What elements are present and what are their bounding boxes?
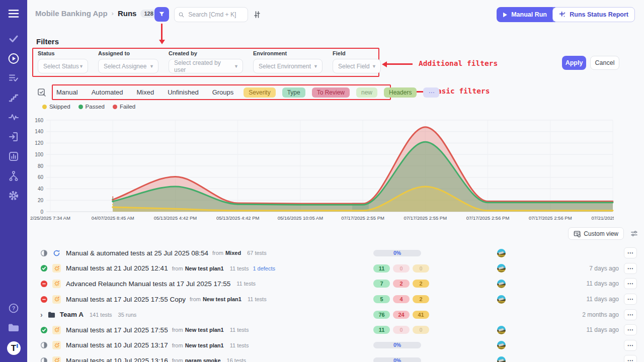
filter-select-3[interactable]: Select created by user▼: [169, 59, 243, 73]
svg-text:140: 140: [35, 129, 43, 134]
filter-tag[interactable]: Type: [282, 87, 305, 98]
expand-chevron-icon[interactable]: ›: [40, 311, 43, 319]
tab-unfinished[interactable]: Unfinished: [168, 88, 198, 96]
tab-manual[interactable]: Manual: [56, 88, 78, 96]
run-status-icon: [40, 341, 48, 349]
filter-select-1[interactable]: Select Status▼: [38, 59, 88, 73]
tests-check-icon[interactable]: [8, 33, 20, 45]
breadcrumb-project[interactable]: Mobile Banking App: [35, 9, 108, 18]
run-from-label: from: [172, 357, 183, 362]
run-menu-button[interactable]: ⋯: [624, 278, 637, 289]
runs-trend-chart: 0204060801001201401602/25/2025 7:34 AM04…: [30, 114, 614, 224]
filter-label: Assigned to: [98, 50, 158, 56]
filter-tag[interactable]: Headers: [384, 87, 417, 98]
svg-text:07/17/2025 2:55 PM: 07/17/2025 2:55 PM: [404, 215, 447, 221]
run-date: 2 months ago: [582, 311, 619, 318]
branches-icon[interactable]: [8, 170, 20, 182]
tab-automated[interactable]: Automated: [92, 88, 123, 96]
apply-button[interactable]: Apply: [562, 56, 586, 70]
filter-tag[interactable]: To Review: [312, 87, 350, 98]
run-row[interactable]: Manual & automated tests at 25 Jul 2025 …: [30, 245, 640, 261]
filter-tag[interactable]: ⋯: [423, 87, 439, 98]
run-group-title[interactable]: Team A: [60, 311, 84, 318]
run-menu-button[interactable]: ⋯: [624, 294, 637, 305]
manual-run-label: Manual Run: [511, 11, 547, 18]
run-plan-name[interactable]: New test plan1: [185, 342, 224, 348]
basic-filters-row: ManualAutomatedMixedUnfinishedGroups Sev…: [37, 85, 439, 100]
search-input[interactable]: [187, 11, 244, 19]
run-plan-name[interactable]: New test plan1: [203, 296, 242, 302]
run-tests-count: 67 tests: [247, 250, 267, 256]
filter-funnel-button[interactable]: [154, 7, 169, 22]
app-logo[interactable]: T: [7, 341, 21, 355]
svg-text:100: 100: [35, 152, 43, 157]
status-in-progress-icon: [40, 249, 48, 257]
plans-list-check-icon[interactable]: [8, 72, 20, 84]
analytics-icon[interactable]: [8, 150, 20, 162]
run-defects-link[interactable]: 1 defects: [253, 265, 275, 272]
cancel-button[interactable]: Cancel: [590, 56, 619, 70]
run-menu-button[interactable]: ⋯: [624, 263, 637, 274]
svg-text:05/13/2025 4:42 PM: 05/13/2025 4:42 PM: [154, 215, 197, 221]
filter-group-environment: EnvironmentSelect Environment▼: [253, 50, 323, 73]
run-status-icon: [40, 357, 48, 362]
custom-view-button[interactable]: Custom view: [568, 227, 624, 240]
runs-play-icon[interactable]: [8, 52, 20, 64]
import-icon[interactable]: [8, 131, 20, 143]
run-title[interactable]: Manual tests at 17 Jul 2025 17:55: [66, 326, 168, 334]
svg-text:120: 120: [35, 140, 43, 146]
search-box[interactable]: [174, 7, 248, 22]
run-title[interactable]: Manual & automated tests at 25 Jul 2025 …: [66, 249, 208, 257]
run-plan-name[interactable]: New test plan1: [185, 327, 224, 333]
run-row[interactable]: Advanced Relaunch Manual tests at 17 Jul…: [30, 276, 640, 292]
run-type-icon: [52, 326, 61, 334]
run-menu-button[interactable]: ⋯: [624, 324, 637, 335]
filter-tag[interactable]: new: [356, 87, 377, 98]
run-row[interactable]: Manual tests at 10 Jul 2025 13:16frompar…: [30, 353, 640, 362]
play-icon: [503, 12, 508, 18]
run-title[interactable]: Manual tests at 10 Jul 2025 13:16: [66, 357, 168, 362]
pulse-icon[interactable]: [8, 111, 20, 123]
menu-icon[interactable]: [8, 8, 20, 20]
run-row[interactable]: Manual tests at 10 Jul 2025 13:17fromNew…: [30, 338, 640, 353]
tab-groups[interactable]: Groups: [212, 88, 234, 96]
run-type-icon: [52, 264, 61, 273]
annotation-arrow-down: [161, 24, 163, 40]
filter-select-2[interactable]: Select Assignee▼: [98, 59, 158, 73]
run-plan-name[interactable]: Mixed: [225, 250, 241, 256]
run-menu-button[interactable]: ⋯: [624, 309, 637, 320]
legend-item-passed: Passed: [78, 104, 105, 110]
tab-mixed[interactable]: Mixed: [137, 88, 154, 96]
settings-gear-icon[interactable]: [8, 190, 20, 202]
runs-status-report-button[interactable]: Runs Status Report: [552, 7, 635, 22]
run-plan-name[interactable]: New test plan1: [185, 265, 224, 272]
status-failed-icon: [40, 296, 48, 303]
run-row[interactable]: Manual tests at 17 Jul 2025 17:55fromNew…: [30, 322, 640, 338]
browser-avatar: [497, 264, 506, 273]
run-title[interactable]: Manual tests at 10 Jul 2025 13:17: [66, 341, 168, 349]
view-settings-icon[interactable]: [630, 230, 638, 239]
run-menu-button[interactable]: ⋯: [624, 355, 637, 362]
run-title[interactable]: Advanced Relaunch Manual tests at 17 Jul…: [66, 280, 230, 288]
search-settings-icon[interactable]: [253, 11, 261, 21]
filter-select-4[interactable]: Select Environment▼: [253, 59, 323, 73]
projects-folder-icon[interactable]: [8, 322, 20, 334]
svg-text:07/17/2025 2:56 PM: 07/17/2025 2:56 PM: [529, 215, 572, 221]
select-all-icon[interactable]: [37, 88, 46, 97]
legend-label: Passed: [86, 104, 105, 110]
run-title[interactable]: Manual tests at 17 Jul 2025 17:55 Copy: [66, 296, 186, 303]
folder-icon: [48, 311, 55, 318]
run-plan-name[interactable]: param smoke: [185, 357, 221, 362]
run-row[interactable]: ›Team A141 tests35 runs7624412 months ag…: [30, 307, 640, 322]
run-row[interactable]: Manual tests at 17 Jul 2025 17:55 Copyfr…: [30, 292, 640, 307]
run-title[interactable]: Manual tests at 21 Jul 2025 12:41: [66, 264, 168, 272]
filter-select-5[interactable]: Select Field▼: [333, 59, 381, 73]
filter-tag[interactable]: Severity: [244, 87, 275, 98]
run-menu-button[interactable]: ⋯: [624, 247, 637, 258]
run-row[interactable]: Manual tests at 21 Jul 2025 12:41fromNew…: [30, 261, 640, 277]
run-stats: 542: [373, 295, 429, 303]
run-menu-button[interactable]: ⋯: [624, 340, 637, 351]
help-icon[interactable]: ?: [8, 302, 20, 314]
steps-icon[interactable]: [8, 92, 20, 104]
chevron-down-icon: ▼: [313, 64, 318, 69]
